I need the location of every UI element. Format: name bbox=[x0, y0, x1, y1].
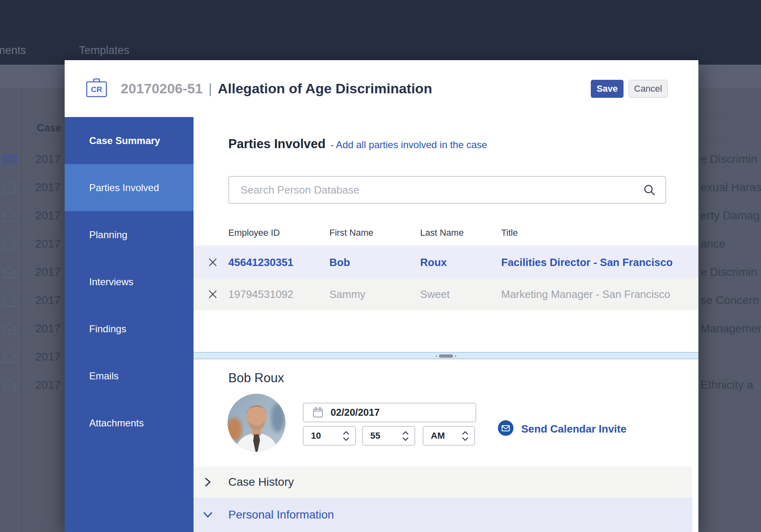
modal-content: Parties Involved - Add all parties invol… bbox=[194, 117, 698, 532]
meridiem-value: AM bbox=[431, 431, 445, 441]
sidebar-item[interactable]: Case Summary bbox=[65, 117, 194, 164]
splitter-handle[interactable] bbox=[439, 354, 453, 358]
remove-party-button[interactable] bbox=[207, 289, 218, 300]
sidebar-item[interactable]: Attachments bbox=[65, 399, 194, 446]
section-title: Parties Involved bbox=[228, 137, 326, 151]
search-box bbox=[228, 176, 666, 204]
hour-value: 10 bbox=[311, 431, 321, 441]
envelope-icon bbox=[0, 350, 19, 364]
pane-splitter bbox=[194, 352, 698, 359]
sidebar-item[interactable]: Parties Involved bbox=[65, 164, 194, 211]
case-number-fragment: 2017 bbox=[35, 181, 61, 194]
minute-stepper[interactable]: 55 bbox=[362, 426, 415, 446]
case-number-fragment: 2017 bbox=[35, 153, 61, 166]
column-last-name: Last Name bbox=[420, 228, 464, 238]
case-title-fragment: Ethnicity a bbox=[700, 371, 761, 399]
modal-title: 20170206-51 | Allegation of Age Discrimi… bbox=[121, 60, 432, 117]
case-title-fragment: e Discrimin bbox=[700, 145, 761, 173]
date-field bbox=[303, 403, 476, 422]
envelope-icon bbox=[0, 180, 19, 194]
case-column-header: Case bbox=[37, 122, 61, 134]
case-record-briefcase-icon: CR bbox=[86, 78, 107, 99]
case-title-fragment bbox=[700, 343, 761, 371]
nav-tab-templates: Templates bbox=[79, 44, 129, 57]
party-last-name: Sweet bbox=[420, 278, 450, 310]
hour-up-button[interactable] bbox=[343, 431, 349, 435]
party-last-name: Roux bbox=[420, 246, 447, 278]
search-icon[interactable] bbox=[643, 184, 655, 198]
nav-tab-documents-fragment: ments bbox=[0, 44, 26, 57]
party-first-name: Sammy bbox=[329, 278, 365, 310]
svg-text:CR: CR bbox=[91, 85, 102, 94]
case-number-fragment: 2017 bbox=[35, 379, 61, 392]
party-first-name: Bob bbox=[329, 246, 350, 278]
sidebar-item[interactable]: Planning bbox=[65, 211, 194, 258]
background-case-row: 2017 bbox=[0, 258, 65, 286]
chevron-icon bbox=[202, 510, 214, 519]
case-modal: CR 20170206-51 | Allegation of Age Discr… bbox=[65, 60, 698, 532]
person-avatar bbox=[227, 394, 286, 452]
send-calendar-invite-link[interactable]: Send Calendar Invite bbox=[498, 420, 626, 438]
mail-invite-icon bbox=[498, 420, 514, 438]
search-input[interactable] bbox=[228, 176, 666, 204]
accordion-header[interactable]: Personal Information bbox=[194, 498, 692, 532]
section-header: Parties Involved - Add all parties invol… bbox=[228, 137, 487, 151]
case-number-fragment: 2017 bbox=[35, 350, 61, 363]
save-button[interactable]: Save bbox=[591, 80, 624, 98]
case-title-fragment: se Concern bbox=[700, 286, 761, 314]
title-separator: | bbox=[208, 81, 212, 97]
case-title-fragment: erty Damag bbox=[700, 201, 761, 230]
sidebar-item[interactable]: Emails bbox=[65, 352, 194, 399]
sidebar-item[interactable]: Interviews bbox=[65, 258, 194, 305]
column-employee-id: Employee ID bbox=[228, 228, 280, 238]
case-title-fragment: ance bbox=[700, 230, 761, 258]
minute-up-button[interactable] bbox=[402, 431, 409, 435]
meridiem-down-button[interactable] bbox=[462, 437, 468, 441]
modal-header: CR 20170206-51 | Allegation of Age Discr… bbox=[65, 60, 698, 117]
case-number-fragment: 2017 bbox=[35, 294, 61, 307]
case-title-fragment: Managemen bbox=[700, 314, 761, 343]
cancel-button[interactable]: Cancel bbox=[628, 80, 668, 98]
minute-down-button[interactable] bbox=[402, 437, 409, 441]
screen: ments Templates Case bbox=[0, 0, 761, 532]
hour-stepper[interactable]: 10 bbox=[303, 426, 356, 446]
meridiem-up-button[interactable] bbox=[462, 431, 468, 435]
envelope-icon bbox=[0, 378, 19, 392]
party-row[interactable]: 19794531092 Sammy Sweet Marketing Manage… bbox=[194, 278, 698, 310]
party-employee-id: 19794531092 bbox=[228, 278, 293, 310]
case-title: Allegation of Age Discrimination bbox=[218, 81, 432, 97]
envelope-icon bbox=[0, 237, 19, 251]
background-case-row: 2017 bbox=[0, 201, 65, 230]
background-case-row: 2017 bbox=[0, 371, 65, 399]
accordion-header[interactable]: Case History bbox=[194, 467, 692, 498]
minute-value: 55 bbox=[370, 431, 380, 441]
parties-table-header: Employee ID First Name Last Name Title bbox=[194, 224, 698, 246]
background-case-row: 2017 bbox=[0, 145, 65, 173]
background-case-row: 2017 bbox=[0, 314, 65, 343]
hour-down-button[interactable] bbox=[343, 437, 349, 441]
top-nav-bar: ments Templates bbox=[0, 0, 761, 65]
envelope-icon bbox=[0, 153, 19, 165]
sidebar-item[interactable]: Findings bbox=[65, 305, 194, 352]
case-number: 20170206-51 bbox=[121, 81, 203, 97]
case-number-fragment: 2017 bbox=[35, 237, 61, 250]
case-number-fragment: 2017 bbox=[35, 322, 61, 335]
party-title: Facilities Director - San Francisco bbox=[501, 246, 673, 278]
case-number-fragment: 2017 bbox=[35, 209, 61, 222]
envelope-icon bbox=[0, 293, 19, 307]
column-first-name: First Name bbox=[329, 228, 374, 238]
modal-sidebar: Case Summary Parties Involved Planning I… bbox=[65, 117, 194, 532]
date-input[interactable] bbox=[303, 403, 476, 422]
accordion-label: Case History bbox=[228, 476, 294, 489]
accordion-label: Personal Information bbox=[228, 508, 334, 521]
selected-person-name: Bob Roux bbox=[228, 371, 284, 385]
background-case-row: 2017 bbox=[0, 173, 65, 201]
background-case-titles: e Discrimin exual Haras erty Damag ance … bbox=[700, 145, 761, 399]
remove-party-button[interactable] bbox=[207, 257, 218, 268]
party-employee-id: 45641230351 bbox=[228, 246, 293, 278]
party-row[interactable]: 45641230351 Bob Roux Facilities Director… bbox=[194, 246, 698, 278]
case-number-fragment: 2017 bbox=[35, 266, 61, 279]
background-case-row: 2017 bbox=[0, 286, 65, 314]
meridiem-stepper[interactable]: AM bbox=[423, 426, 475, 446]
case-title-fragment: e Discrimin bbox=[700, 258, 761, 286]
